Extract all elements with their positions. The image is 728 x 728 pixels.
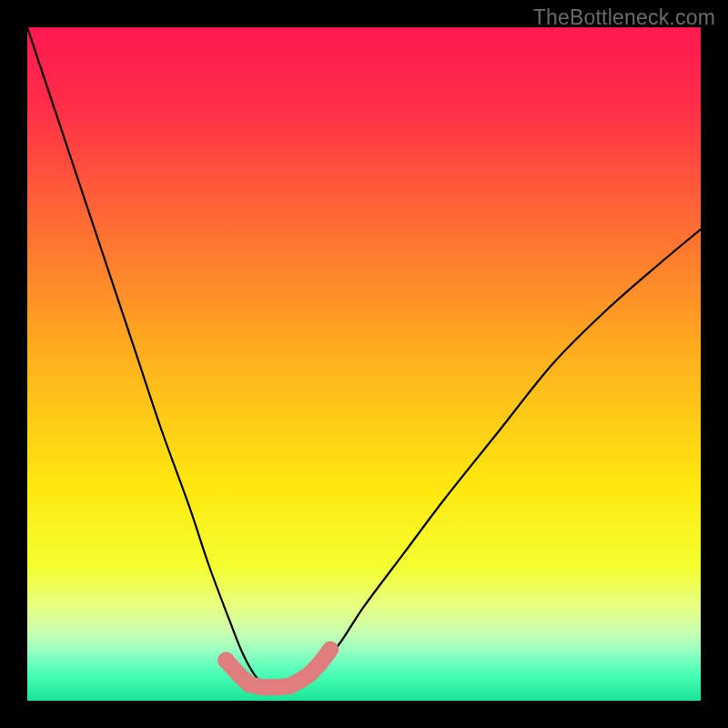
plot-area bbox=[27, 27, 701, 701]
flat-marker bbox=[312, 655, 329, 672]
flat-marker bbox=[241, 676, 258, 693]
flat-marker bbox=[322, 642, 339, 658]
bottleneck-curve bbox=[27, 27, 701, 688]
plot-overlay bbox=[27, 27, 701, 701]
flat-marker bbox=[217, 652, 234, 669]
chart-frame: TheBottleneck.com bbox=[0, 0, 728, 728]
flat-markers-group bbox=[217, 642, 339, 695]
watermark-text: TheBottleneck.com bbox=[533, 5, 715, 30]
